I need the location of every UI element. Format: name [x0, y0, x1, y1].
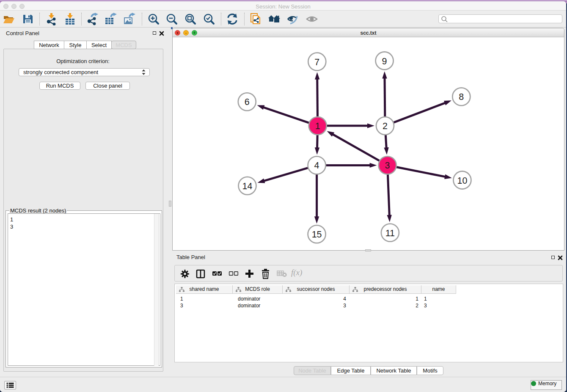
svg-text:3: 3	[385, 160, 390, 171]
svg-text:10: 10	[457, 176, 467, 186]
svg-text:6: 6	[245, 97, 250, 107]
svg-text:7: 7	[314, 57, 319, 67]
svg-text:1: 1	[315, 121, 320, 131]
svg-text:9: 9	[382, 56, 387, 66]
svg-text:2: 2	[383, 121, 388, 131]
svg-text:8: 8	[459, 92, 464, 102]
svg-text:4: 4	[314, 160, 319, 171]
svg-text:15: 15	[312, 229, 322, 240]
svg-text:11: 11	[385, 228, 395, 238]
svg-text:14: 14	[242, 181, 253, 191]
